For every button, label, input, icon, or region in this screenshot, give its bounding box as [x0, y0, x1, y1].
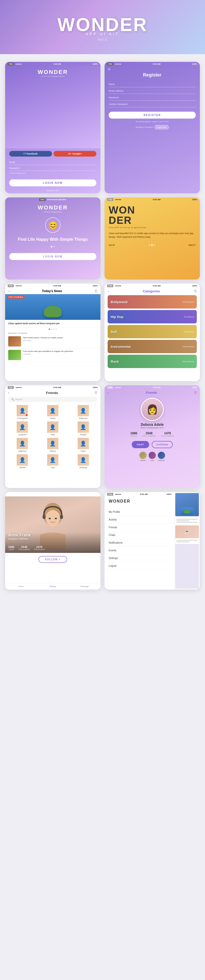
friend-sarah[interactable]: 👤 Sarah — [39, 405, 67, 419]
email-field-r[interactable]: Email Address — [109, 88, 196, 94]
menu-item-notifications[interactable]: Notifications — [104, 539, 174, 547]
friend-flintoff[interactable]: 👤 Flintoff — [69, 422, 97, 436]
category-hiphop[interactable]: Hip Hop No Albums — [108, 310, 197, 323]
skip-button[interactable]: SKIP — [109, 244, 115, 247]
category-rock[interactable]: Rock 3689 Albums — [108, 355, 197, 368]
login-now-button-ob[interactable]: LOGIN NOW — [9, 253, 96, 260]
email-field[interactable]: Email — [9, 160, 96, 165]
category-instrumental[interactable]: Instrumental 1568 Albums — [108, 340, 197, 353]
register-link[interactable]: Register Now — [5, 188, 101, 193]
menu-icon[interactable]: ☰ — [95, 289, 97, 293]
menu-item-activity-label: Activity — [109, 518, 117, 521]
friend-raima[interactable]: 👤 Raima — [39, 438, 67, 452]
player-follow-area: FOLLOW + — [5, 553, 101, 566]
svg-point-5 — [55, 518, 57, 519]
back-arrow-icon[interactable]: ‹ — [8, 289, 9, 293]
preview-news-img — [175, 493, 199, 516]
login-fields: Email Password Forgot Password? — [5, 158, 101, 178]
dot-1 — [51, 246, 52, 247]
hero-subtitle: APP UI KIT — [5, 32, 200, 36]
friend-peter[interactable]: 👤 Peter — [69, 438, 97, 452]
nav-posts[interactable]: Posts — [5, 583, 37, 590]
chat-button[interactable]: CHAT — [132, 441, 149, 448]
onboard1-logo-title: WONDER — [38, 204, 68, 211]
menu-item-logout[interactable]: Logout — [104, 562, 174, 570]
svg-point-1 — [46, 510, 60, 527]
nav-message[interactable]: Message — [69, 583, 101, 590]
friend-daniel[interactable]: 👤 Daniel — [8, 454, 37, 469]
likes-count: 1986 — [131, 431, 137, 435]
friend-lisa[interactable]: 👤 Lisa — [39, 454, 67, 469]
nav-photos[interactable]: Photos — [37, 583, 69, 590]
friend-christopher[interactable]: 👤 Christopher — [8, 405, 37, 419]
next-button[interactable]: NEXT — [189, 244, 196, 247]
cat-label-hiphop: Hip Hop — [108, 315, 126, 319]
close-icon[interactable]: ✕ — [108, 67, 111, 72]
categories-list: Bollywood 2205 Albums Hip Hop No Albums … — [104, 294, 200, 369]
login-now-button[interactable]: Login Now — [155, 125, 169, 129]
menu-item-activity[interactable]: Activity — [104, 516, 174, 523]
google-button[interactable]: G+ Google+ — [54, 151, 96, 157]
facebook-button[interactable]: f f Facebook — [9, 151, 52, 157]
menu-icon-friends[interactable]: ☰ — [95, 391, 97, 395]
register-button[interactable]: REGISTER — [109, 111, 196, 119]
menu-icon-profile[interactable]: ☰ — [194, 391, 197, 395]
avatar-flintoff: 👤 — [78, 422, 89, 433]
avatar-rebecca: 👤 — [78, 405, 89, 416]
name-field[interactable]: Name — [109, 81, 196, 87]
menu-icon-cat[interactable]: ☰ — [194, 289, 197, 293]
stat-following: 1476 FOLLOWING — [161, 431, 174, 437]
google-icon: G+ — [68, 153, 71, 155]
status-time: 9:09 AM — [53, 63, 61, 65]
avatar-daniel: 👤 — [17, 454, 28, 466]
mini-friend-anthony[interactable]: Anthony — [158, 452, 165, 461]
friends-search[interactable]: 🔍 Search — [8, 397, 97, 402]
menu-item-myprofile[interactable]: My Profile — [104, 508, 174, 516]
status-dots-r: PSD ●●●●● — [107, 63, 121, 65]
artist-name: Anne Frank — [8, 533, 97, 538]
confirm-field[interactable]: Confirm Password — [109, 102, 196, 107]
unfollow-button[interactable]: Unfollow — [152, 441, 173, 448]
friend-jefferson[interactable]: 👤 Jefferson — [8, 438, 37, 452]
status-dots-ob2: PSD ●●●●● — [107, 199, 121, 201]
psd-label: PSD — [8, 63, 14, 65]
followers-count: 2548 — [145, 431, 153, 435]
mini-friend-daniel[interactable]: Daniel — [139, 452, 147, 461]
already-member-text: Already a member? — [136, 126, 153, 128]
player-followers: 2548 — [21, 546, 27, 549]
avatar-raima: 👤 — [47, 438, 58, 449]
cat-label-sufi: Sufi — [108, 330, 120, 334]
mini-friend-lisa[interactable]: Lisa — [149, 452, 156, 461]
status-bar-news: PSD ●●●●● 9:09 AM 100% — [5, 284, 101, 288]
friend-name-raima: Raima — [50, 450, 55, 452]
menu-item-settings[interactable]: Settings — [104, 554, 174, 562]
menu-item-events[interactable]: Events — [104, 547, 174, 554]
status-dots-ob1: PSD ●●●●● — [39, 199, 53, 201]
following-label: FOLLOWING — [161, 435, 174, 437]
avatar-christopher: 👤 — [17, 405, 28, 416]
profile-actions: CHAT Unfollow — [132, 441, 173, 448]
friend-luxstorm[interactable]: 👤 Luxstorm — [8, 422, 37, 436]
login-button[interactable]: LOGIN NOW — [9, 180, 96, 186]
follow-button[interactable]: FOLLOW + — [38, 556, 67, 563]
menu-item-chats[interactable]: Chats — [104, 531, 174, 539]
onboard2-brand-text: WONDER — [109, 205, 196, 225]
status-dots: PSD ●●●●● — [8, 63, 22, 65]
friend-rebecca[interactable]: 👤 Rebecca — [69, 405, 97, 419]
friends-header: ‹ Friends ☰ — [5, 390, 101, 396]
profile-avatar: 👩 — [141, 398, 164, 421]
category-bollywood[interactable]: Bollywood 2205 Albums — [108, 295, 197, 309]
menu-item-settings-label: Settings — [109, 557, 118, 560]
menu-item-friends[interactable]: Friends — [104, 523, 174, 531]
svg-point-4 — [49, 518, 51, 519]
player-followers-label: FOLLOWERS — [19, 549, 30, 550]
category-sufi[interactable]: Sufi 898 Albums — [108, 325, 197, 338]
back-arrow-cat[interactable]: ‹ — [108, 289, 109, 293]
friend-anthony[interactable]: 👤 Anthony — [69, 454, 97, 469]
friends-grid: 👤 Christopher 👤 Sarah 👤 Rebecca 👤 — [5, 403, 101, 471]
friend-khiji[interactable]: 👤 Khiji — [39, 422, 67, 436]
stat-likes: 1986 LIKES — [131, 431, 137, 437]
password-field[interactable]: Password — [9, 165, 96, 171]
password-field-r[interactable]: Password — [109, 95, 196, 100]
forgot-link[interactable]: Forgot Password? — [9, 172, 96, 177]
